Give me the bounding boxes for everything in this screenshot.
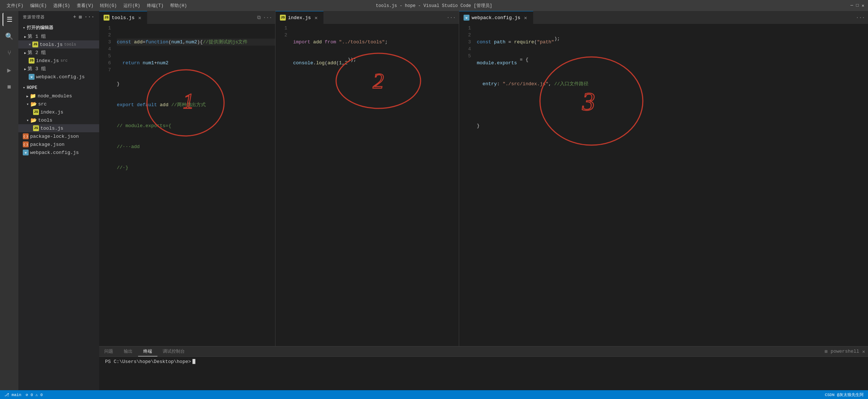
- code-line-2-1: import add from "../tools/tools";: [293, 39, 459, 46]
- tree-index-js[interactable]: JS index.js: [18, 108, 99, 116]
- tab-tools-js-label: tools.js: [112, 15, 134, 21]
- sidebar-item-tools-js-group1[interactable]: ✕ JS tools.js tools: [18, 40, 99, 48]
- code-content-2[interactable]: import add from "../tools/tools"; consol…: [290, 24, 459, 346]
- terminal-tab-debug[interactable]: 调试控制台: [158, 346, 190, 356]
- webpack-icon-tree: W: [23, 150, 29, 155]
- node-modules-chevron: [26, 93, 28, 99]
- group3-label[interactable]: 第 3 组: [18, 65, 99, 73]
- tab-close-webpack[interactable]: ✕: [523, 15, 529, 21]
- code-line-3-3: entry: "./src/index.js", //入口文件路径: [477, 80, 868, 87]
- terminal-tab-output[interactable]: 输出: [119, 346, 138, 356]
- group1-label[interactable]: 第 1 组: [18, 32, 99, 40]
- menu-terminal[interactable]: 终端(T): [144, 2, 167, 10]
- window-controls[interactable]: ─ □ ✕: [850, 3, 864, 8]
- editor-pane-3: W webpack.config.js ✕ ··· 12345 const pa…: [459, 11, 868, 346]
- code-line-1-7: //·}: [117, 164, 275, 171]
- activity-extensions[interactable]: ■: [3, 80, 16, 94]
- js-icon-index: JS: [29, 58, 35, 64]
- tab-index-js[interactable]: JS index.js ✕: [275, 11, 324, 24]
- more-actions-icon-3[interactable]: ···: [856, 15, 865, 21]
- code-content-1[interactable]: const add=function(num1,num2){//提供测试的js文…: [114, 24, 275, 346]
- node-modules-label: node_modules: [37, 93, 72, 99]
- tab-actions-1[interactable]: ⧉ ···: [254, 11, 275, 24]
- powershell-label: powershell: [831, 349, 859, 354]
- line-numbers-1: 1234567: [99, 24, 114, 346]
- menu-goto[interactable]: 转到(G): [97, 2, 120, 10]
- menu-bar[interactable]: 文件(F) 编辑(E) 选择(S) 查看(V) 转到(G) 运行(R) 终端(T…: [4, 2, 190, 10]
- powershell-icon: ⊞: [825, 349, 828, 355]
- terminal-tabs: 问题 输出 终端 调试控制台 ⊞ powershell ✕: [99, 346, 868, 357]
- sidebar-title: 资源管理器: [23, 14, 45, 20]
- hope-section[interactable]: HOPE: [18, 84, 99, 92]
- terminal-tab-terminal[interactable]: 终端: [138, 346, 158, 356]
- src-chevron: [26, 101, 29, 107]
- code-line-1-3: }: [117, 80, 275, 87]
- code-editor-3[interactable]: 12345 const path = require("path"); modu…: [459, 24, 868, 346]
- menu-view[interactable]: 查看(V): [74, 2, 97, 10]
- more-actions-icon-2[interactable]: ···: [447, 15, 456, 21]
- terminal-tab-actions[interactable]: ⊞ powershell ✕: [822, 346, 868, 356]
- split-editor-icon[interactable]: ⧉: [257, 15, 261, 21]
- minimize-button[interactable]: ─: [850, 3, 853, 8]
- terminal-tab-problems[interactable]: 问题: [99, 346, 119, 356]
- maximize-button[interactable]: □: [856, 3, 859, 8]
- sidebar-item-index-js-group2[interactable]: JS index.js src: [18, 57, 99, 65]
- node-modules-folder-icon: 📁: [30, 93, 36, 99]
- code-line-1-4: export default add //两种抛出方式: [117, 101, 275, 108]
- group3-name: 第 3 组: [28, 65, 46, 72]
- terminal-close-icon[interactable]: ✕: [862, 349, 865, 355]
- tab-actions-3[interactable]: ···: [853, 11, 868, 24]
- tab-webpack-config[interactable]: W webpack.config.js ✕: [459, 11, 533, 24]
- tools-chevron: [26, 118, 29, 123]
- editor-pane-2: JS index.js ✕ ··· 12 import add from "..…: [275, 11, 459, 346]
- open-editors-section[interactable]: 打开的编辑器: [18, 23, 99, 32]
- terminal-prompt: PS C:\Users\hope\Desktop\hope>: [105, 359, 191, 364]
- tab-webpack-icon: W: [464, 15, 469, 21]
- sidebar-header-icons[interactable]: + ⊞ ···: [73, 14, 95, 20]
- tab-actions-2[interactable]: ···: [444, 11, 459, 24]
- tree-tools[interactable]: 📂 tools: [18, 116, 99, 124]
- menu-help[interactable]: 帮助(H): [167, 2, 190, 10]
- sidebar-item-webpack-group3[interactable]: W webpack.config.js: [18, 73, 99, 81]
- new-file-icon[interactable]: +: [73, 14, 76, 20]
- menu-file[interactable]: 文件(F): [4, 2, 26, 10]
- tab-close-index-js[interactable]: ✕: [313, 15, 319, 21]
- tree-package-json[interactable]: { } package.json: [18, 140, 99, 148]
- git-branch[interactable]: ⎇ main: [4, 392, 21, 397]
- tab-index-js-label: index.js: [288, 15, 311, 21]
- close-icon-group1[interactable]: ✕: [29, 42, 31, 47]
- close-button[interactable]: ✕: [862, 3, 864, 8]
- status-bar-right-text: CSDN @灰太狼先生阿: [825, 392, 864, 398]
- errors-count[interactable]: ⊘ 0 ⚠ 0: [26, 392, 43, 397]
- activity-debug[interactable]: ▶: [3, 64, 16, 77]
- tree-package-lock[interactable]: { } package-lock.json: [18, 132, 99, 140]
- menu-edit[interactable]: 编辑(E): [27, 2, 50, 10]
- activity-git[interactable]: ⑂: [3, 47, 16, 60]
- tree-src[interactable]: 📂 src: [18, 100, 99, 108]
- activity-explorer[interactable]: ☰: [3, 13, 16, 26]
- tree-node-modules[interactable]: 📁 node_modules: [18, 92, 99, 100]
- more-icon[interactable]: ···: [84, 14, 95, 20]
- code-line-1-1: const add=function(num1,num2){//提供测试的js文…: [117, 39, 275, 46]
- terminal-content[interactable]: PS C:\Users\hope\Desktop\hope> █: [99, 357, 868, 390]
- menu-run[interactable]: 运行(R): [120, 2, 143, 10]
- tree-tools-js[interactable]: JS tools.js: [18, 124, 99, 132]
- tab-close-tools-js[interactable]: ✕: [137, 15, 143, 21]
- code-content-3[interactable]: const path = require("path"); module.exp…: [474, 24, 868, 346]
- open-editors-chevron: [23, 25, 25, 30]
- activity-search[interactable]: 🔍: [3, 30, 16, 43]
- menu-select[interactable]: 选择(S): [50, 2, 73, 10]
- hope-label: HOPE: [27, 85, 37, 90]
- index-js-tag: src: [60, 58, 68, 63]
- tree-webpack-config[interactable]: W webpack.config.js: [18, 148, 99, 157]
- code-editor-2[interactable]: 12 import add from "../tools/tools"; con…: [275, 24, 459, 346]
- more-actions-icon-1[interactable]: ···: [263, 15, 272, 21]
- package-json-label: package.json: [30, 142, 65, 147]
- terminal-area: 问题 输出 终端 调试控制台 ⊞ powershell ✕ PS C:\User…: [99, 346, 868, 390]
- group2-label[interactable]: 第 2 组: [18, 48, 99, 57]
- code-line-3-2: module.exports = {: [477, 60, 868, 66]
- js-icon-tools: JS: [32, 42, 38, 47]
- code-editor-1[interactable]: 1234567 const add=function(num1,num2){//…: [99, 24, 275, 346]
- tab-tools-js[interactable]: JS tools.js ✕: [99, 11, 147, 24]
- new-folder-icon[interactable]: ⊞: [79, 14, 82, 20]
